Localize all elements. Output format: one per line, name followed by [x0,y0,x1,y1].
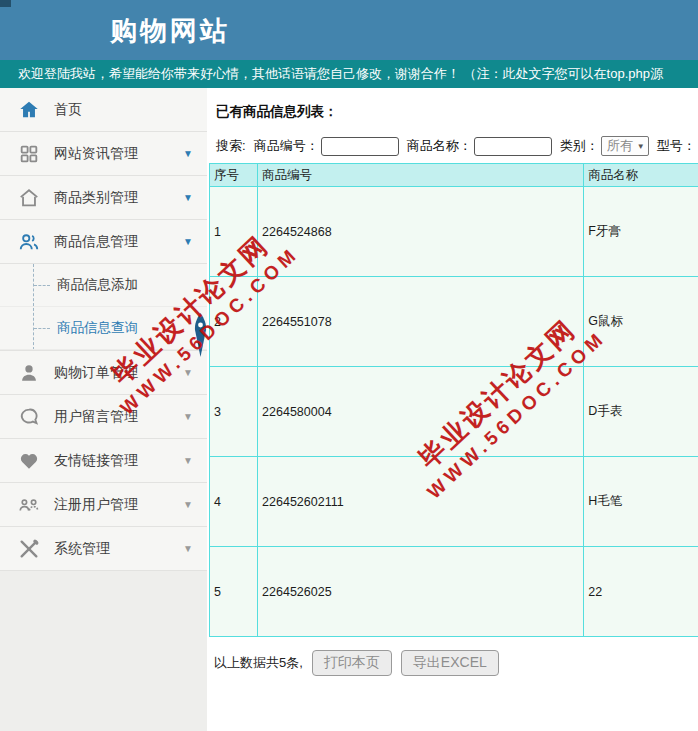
category-select[interactable]: 所有 ▼ [601,136,649,156]
sidebar-item[interactable]: 首页 [0,88,207,132]
app-header: 购物网站 [0,0,698,60]
table-cell: 2264524868 [258,187,584,277]
sidebar-item[interactable]: 系统管理▼ [0,527,207,571]
caret-down-icon: ▼ [183,236,193,247]
caret-down-icon: ▼ [183,543,193,554]
sidebar-item-label: 首页 [54,101,82,119]
grid-icon [17,142,41,166]
table-cell: 226452602111 [258,457,584,547]
home-icon [17,98,41,122]
model-label: 型号： [657,137,696,155]
table-header-row: 序号商品编号商品名称类别 [210,164,698,187]
person-icon [17,361,41,385]
table-header-cell: 序号 [210,164,258,187]
sidebar-item-label: 购物订单管理 [54,364,138,382]
search-prefix-label: 搜索: [216,137,246,155]
caret-down-icon: ▼ [183,411,193,422]
caret-down-icon: ▼ [183,148,193,159]
house-icon [17,186,41,210]
search-bar: 搜索: 商品编号： 商品名称： 类别： 所有 ▼ 型号： [214,136,698,156]
notice-bar: 欢迎登陆我站，希望能给你带来好心情，其他话语请您自己修改，谢谢合作！ （注：此处… [0,60,698,88]
page-title: 购物网站 [110,13,230,49]
main-content: 已有商品信息列表： 搜索: 商品编号： 商品名称： 类别： 所有 ▼ 型号： 序… [207,88,698,731]
table-row: 522645260252222 [210,547,698,637]
table-row: 12264524868F牙膏F类 [210,187,698,277]
sidebar-subitem[interactable]: 商品信息添加 [0,264,207,307]
table-row: 4226452602111H毛笔D类 [210,457,698,547]
product-code-label: 商品编号： [254,137,319,155]
product-name-label: 商品名称： [407,137,472,155]
product-code-input[interactable] [321,137,399,156]
corner-notch [0,0,11,7]
category-select-value: 所有 [607,137,633,155]
sidebar-item[interactable]: 网站资讯管理▼ [0,132,207,176]
sidebar-item-label: 网站资讯管理 [54,145,138,163]
table-cell: 2 [210,277,258,367]
sidebar-item[interactable]: 用户留言管理▼ [0,395,207,439]
chat-icon [17,405,41,429]
chevron-down-icon: ▼ [637,142,645,151]
table-cell: D手表 [584,367,698,457]
table-cell: 4 [210,457,258,547]
heart-icon [17,449,41,473]
sidebar-subitem[interactable]: 商品信息查询 [0,307,207,350]
sidebar-item-label: 系统管理 [54,540,110,558]
product-name-input[interactable] [474,137,552,156]
table-cell: 2264526025 [258,547,584,637]
caret-down-icon: ▼ [183,455,193,466]
list-title: 已有商品信息列表： [216,103,698,121]
table-cell: 2264580004 [258,367,584,457]
table-footer: 以上数据共5条, 打印本页 导出EXCEL [214,650,698,676]
table-cell: 1 [210,187,258,277]
caret-down-icon: ▼ [183,192,193,203]
print-page-button[interactable]: 打印本页 [312,650,392,676]
export-excel-button[interactable]: 导出EXCEL [401,650,499,676]
users-icon [17,230,41,254]
category-label: 类别： [560,137,599,155]
sidebar-item[interactable]: 商品类别管理▼ [0,176,207,220]
sidebar-item[interactable]: 商品信息管理▼ [0,220,207,264]
table-cell: H毛笔 [584,457,698,547]
submenu-connector [34,285,50,286]
sidebar-item-label: 注册用户管理 [54,496,138,514]
sidebar-item-label: 友情链接管理 [54,452,138,470]
sidebar-item[interactable]: 购物订单管理▼ [0,351,207,395]
row-count-summary: 以上数据共5条, [214,654,303,672]
sidebar-submenu: 商品信息添加商品信息查询 [0,264,207,351]
table-cell: 22 [584,547,698,637]
table-row: 22264551078G鼠标Z类 [210,277,698,367]
tools-icon [17,537,41,561]
table-cell: F牙膏 [584,187,698,277]
table-header-cell: 商品编号 [258,164,584,187]
table-header-cell: 商品名称 [584,164,698,187]
admin-page: 购物网站 欢迎登陆我站，希望能给你带来好心情，其他话语请您自己修改，谢谢合作！ … [0,0,698,731]
caret-down-icon: ▼ [183,499,193,510]
sidebar-item[interactable]: 友情链接管理▼ [0,439,207,483]
sidebar-item[interactable]: 注册用户管理▼ [0,483,207,527]
table-cell: 5 [210,547,258,637]
caret-down-icon: ▼ [183,367,193,378]
product-table: 序号商品编号商品名称类别 12264524868F牙膏F类22264551078… [209,163,698,637]
sidebar-item-label: 商品信息管理 [54,233,138,251]
sidebar-subitem-label: 商品信息查询 [57,319,138,337]
sidebar-item-label: 用户留言管理 [54,408,138,426]
table-row: 32264580004D手表P类 [210,367,698,457]
sidebar-subitem-label: 商品信息添加 [57,276,138,294]
table-cell: G鼠标 [584,277,698,367]
sidebar-menu: 首页网站资讯管理▼商品类别管理▼商品信息管理▼商品信息添加商品信息查询购物订单管… [0,88,207,571]
group-icon [17,493,41,517]
active-item-pin-icon [193,313,208,357]
table-cell: 3 [210,367,258,457]
sidebar: 首页网站资讯管理▼商品类别管理▼商品信息管理▼商品信息添加商品信息查询购物订单管… [0,88,207,731]
submenu-connector [34,328,50,329]
table-cell: 2264551078 [258,277,584,367]
sidebar-item-label: 商品类别管理 [54,189,138,207]
